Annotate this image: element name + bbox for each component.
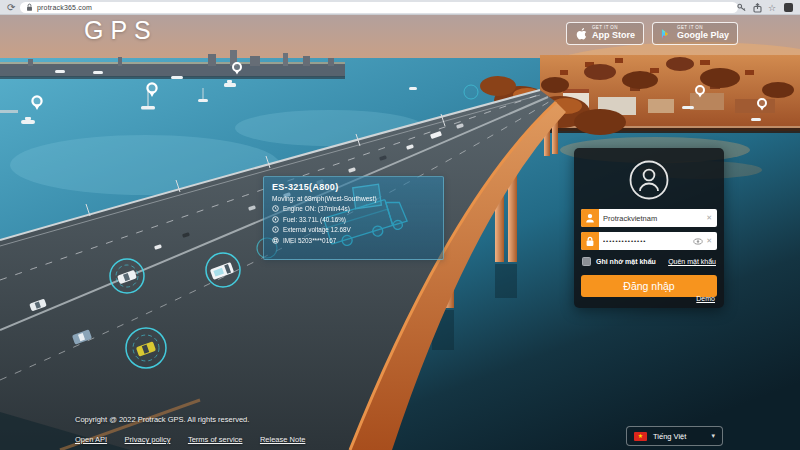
- vehicle-name: ES-3215(A800): [272, 182, 435, 192]
- user-avatar-icon: [628, 159, 670, 201]
- lock-icon: [581, 232, 599, 250]
- hero-photo: GPS GET IT ON App Store GET IT ON: [0, 0, 800, 450]
- login-panel: ✕ ✕ Ghi nhớ mật khẩu Quên mật khẩu Đăng …: [574, 148, 724, 308]
- privacy-policy-link[interactable]: Privacy policy: [125, 435, 171, 444]
- chip-icon: [272, 237, 279, 244]
- username-field[interactable]: ✕: [581, 209, 717, 227]
- key-icon[interactable]: [737, 3, 747, 12]
- tooltip-row: External voltage 12.68V: [272, 226, 435, 233]
- copyright-text: Copyright @ 2022 Protrack GPS. All right…: [75, 415, 318, 424]
- url-text: protrack365.com: [37, 4, 92, 11]
- clear-password-icon[interactable]: ✕: [704, 237, 717, 245]
- store-badges: GET IT ON App Store GET IT ON Google Pla…: [566, 22, 738, 45]
- demo-link[interactable]: Demo: [696, 295, 715, 302]
- browser-profile-avatar[interactable]: [784, 3, 793, 12]
- bookmark-star-icon[interactable]: ☆: [768, 2, 776, 14]
- google-play-icon: [661, 28, 672, 40]
- clock-icon: [272, 205, 279, 212]
- terms-of-service-link[interactable]: Terms of service: [188, 435, 243, 444]
- padlock-icon: [26, 3, 33, 12]
- remember-label: Ghi nhớ mật khẩu: [596, 258, 656, 265]
- vehicle-status: Moving: at 68mph(West-Southwest): [272, 195, 435, 202]
- username-input[interactable]: [599, 209, 704, 227]
- open-api-link[interactable]: Open API: [75, 435, 107, 444]
- clear-username-icon[interactable]: ✕: [704, 214, 717, 222]
- google-play-badge[interactable]: GET IT ON Google Play: [652, 22, 738, 45]
- browser-toolbar: ⟳ protrack365.com ☆: [0, 0, 800, 15]
- remember-row: Ghi nhớ mật khẩu Quên mật khẩu: [582, 257, 716, 266]
- login-page: GPS GET IT ON App Store GET IT ON: [0, 0, 800, 450]
- apple-badge-store: App Store: [592, 31, 635, 41]
- user-icon: [581, 209, 599, 227]
- tooltip-row: Fuel: 33.71L (40.16%): [272, 216, 435, 223]
- google-badge-store: Google Play: [677, 31, 729, 41]
- vietnam-flag-icon: ★: [634, 432, 647, 441]
- language-selector[interactable]: ★ Tiếng Việt ▾: [626, 426, 723, 446]
- footer: Copyright @ 2022 Protrack GPS. All right…: [75, 415, 318, 446]
- voltage-icon: [272, 226, 279, 233]
- tooltip-row: IMEI 5203****0167: [272, 237, 435, 244]
- release-note-link[interactable]: Release Note: [260, 435, 305, 444]
- reload-icon[interactable]: ⟳: [7, 1, 15, 14]
- remember-checkbox[interactable]: [582, 257, 591, 266]
- chevron-down-icon: ▾: [711, 432, 715, 440]
- forgot-password-link[interactable]: Quên mật khẩu: [668, 258, 716, 265]
- login-button[interactable]: Đăng nhập: [581, 275, 717, 297]
- tooltip-row: Engine ON: (37min44s): [272, 205, 435, 212]
- password-field[interactable]: ✕: [581, 232, 717, 250]
- password-input[interactable]: [599, 232, 693, 250]
- address-bar[interactable]: protrack365.com: [20, 2, 738, 13]
- show-password-eye-icon[interactable]: [693, 238, 704, 245]
- vehicle-tooltip: ES-3215(A800) Moving: at 68mph(West-Sout…: [263, 176, 444, 260]
- gps-logo: GPS: [84, 16, 158, 45]
- apple-icon: [575, 27, 587, 41]
- fuel-icon: [272, 216, 279, 223]
- app-store-badge[interactable]: GET IT ON App Store: [566, 22, 644, 45]
- share-icon[interactable]: [753, 3, 762, 13]
- language-label: Tiếng Việt: [653, 432, 686, 441]
